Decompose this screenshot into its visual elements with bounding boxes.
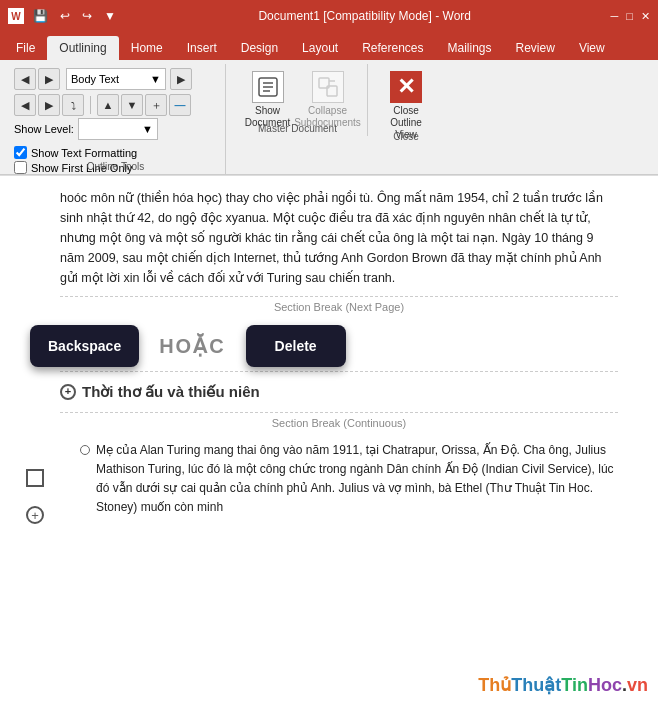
watermark-vn: vn: [627, 675, 648, 696]
section-break-divider: [60, 371, 618, 372]
demote-btn[interactable]: ▶: [38, 94, 60, 116]
tab-outlining[interactable]: Outlining: [47, 36, 118, 60]
tab-review[interactable]: Review: [504, 36, 567, 60]
title-bar: W 💾 ↩ ↪ ▼ Document1 [Compatibility Mode]…: [0, 0, 658, 32]
watermark-hoc: Hoc: [588, 675, 622, 696]
close-group-label: Close: [370, 131, 442, 142]
redo-qat-btn[interactable]: ↪: [79, 7, 95, 25]
tab-home[interactable]: Home: [119, 36, 175, 60]
body-bullet-icon: [80, 445, 90, 455]
ribbon-tabs: File Outlining Home Insert Design Layout…: [0, 32, 658, 60]
collapse-content-btn[interactable]: —: [169, 94, 191, 116]
keyboard-overlay: Backspace HOẶC Delete: [30, 325, 618, 367]
dropdown-arrow-icon: ▼: [150, 73, 161, 85]
heading-row: + Thời thơ ấu và thiếu niên: [60, 380, 618, 404]
save-qat-btn[interactable]: 💾: [30, 7, 51, 25]
body-text-label: Body Text: [71, 73, 119, 85]
body-paragraph-text: hoóc môn nữ (thiền hóa học) thay cho việ…: [60, 191, 603, 285]
outline-marker-circle2: +: [26, 506, 44, 524]
document-title: Document1 [Compatibility Mode] - Word: [119, 9, 611, 23]
tab-design[interactable]: Design: [229, 36, 290, 60]
show-formatting-checkbox[interactable]: [14, 146, 27, 159]
expand-btn[interactable]: ▶: [170, 68, 192, 90]
section-break-1-text: Section Break (Next Page): [266, 301, 412, 313]
outline-marker-circle1: [26, 469, 44, 487]
nav-forward-btn[interactable]: ▶: [38, 68, 60, 90]
document-area: ➤ + hoóc môn nữ (thiền hóa học) thay cho…: [0, 175, 658, 703]
body-paragraph: hoóc môn nữ (thiền hóa học) thay cho việ…: [60, 188, 618, 288]
promote-btn[interactable]: ◀: [14, 94, 36, 116]
promote-demote-row: ◀ ▶ ⤵ ▲ ▼ ＋ —: [14, 94, 191, 116]
undo-qat-btn[interactable]: ↩: [57, 7, 73, 25]
watermark-thuat: Thuật: [511, 674, 561, 696]
heading-text: Thời thơ ấu và thiếu niên: [82, 380, 260, 404]
show-formatting-row: Show Text Formatting: [14, 146, 137, 159]
show-level-row: Show Level: ▼: [14, 118, 158, 140]
section-break-1: Section Break (Next Page): [60, 296, 618, 317]
document-inner: hoóc môn nữ (thiền hóa học) thay cho việ…: [0, 176, 658, 531]
backspace-key: Backspace: [30, 325, 139, 367]
hoac-label: HOẶC: [159, 330, 225, 362]
section-break-2: Section Break (Continuous): [60, 412, 618, 433]
body-content-span: Mẹ của Alan Turing mang thai ông vào năm…: [96, 443, 614, 515]
expand-content-btn[interactable]: ＋: [145, 94, 167, 116]
show-level-dropdown[interactable]: ▼: [78, 118, 158, 140]
watermark-thu: Thủ: [478, 674, 511, 696]
show-document-icon: [252, 71, 284, 103]
master-document-group: ShowDocument CollapseSubdocuments Master…: [228, 64, 368, 136]
outline-tools-label: Outline Tools: [6, 161, 225, 172]
master-document-label: Master Document: [228, 123, 367, 134]
close-group: ✕ CloseOutline View Close: [370, 64, 442, 144]
body-text-dropdown[interactable]: Body Text ▼: [66, 68, 166, 90]
minimize-btn[interactable]: ─: [611, 10, 619, 23]
close-outline-icon: ✕: [390, 71, 422, 103]
window-controls: ─ □ ✕: [611, 10, 650, 23]
close-btn[interactable]: ✕: [641, 10, 650, 23]
hoac-text: HOẶC: [159, 335, 225, 357]
word-app-icon: W: [8, 8, 24, 24]
close-x-icon: ✕: [397, 74, 415, 100]
move-up-btn[interactable]: ▲: [97, 94, 119, 116]
show-formatting-label: Show Text Formatting: [31, 147, 137, 159]
watermark-tin: Tin: [561, 675, 588, 696]
watermark: Thủ Thuật Tin Hoc . vn: [478, 674, 648, 696]
ribbon: ◀ ▶ Body Text ▼ ▶ ◀ ▶ ⤵ ▲ ▼ ＋ —: [0, 60, 658, 175]
qat-more-btn[interactable]: ▼: [101, 7, 119, 25]
title-bar-left: W 💾 ↩ ↪ ▼: [8, 7, 119, 25]
outline-nav-row: ◀ ▶ Body Text ▼ ▶: [14, 68, 192, 90]
tab-insert[interactable]: Insert: [175, 36, 229, 60]
tab-file[interactable]: File: [4, 36, 47, 60]
body-text-display: Body Text ▼ ▶: [66, 68, 192, 90]
delete-key: Delete: [246, 325, 346, 367]
collapse-subdocuments-icon: [312, 71, 344, 103]
show-level-label: Show Level:: [14, 123, 74, 135]
body-content-row: Mẹ của Alan Turing mang thai ông vào năm…: [60, 441, 618, 518]
tab-mailings[interactable]: Mailings: [436, 36, 504, 60]
level-dropdown-arrow-icon: ▼: [142, 123, 153, 135]
demote-to-body-btn[interactable]: ⤵: [62, 94, 84, 116]
tab-references[interactable]: References: [350, 36, 435, 60]
outline-tools-group: ◀ ▶ Body Text ▼ ▶ ◀ ▶ ⤵ ▲ ▼ ＋ —: [6, 64, 226, 174]
tab-layout[interactable]: Layout: [290, 36, 350, 60]
tab-view[interactable]: View: [567, 36, 617, 60]
keyboard-keys-row: Backspace HOẶC Delete: [30, 325, 618, 367]
heading-circle-icon[interactable]: +: [60, 384, 76, 400]
body-content-text: Mẹ của Alan Turing mang thai ông vào năm…: [96, 441, 618, 518]
maximize-btn[interactable]: □: [626, 10, 633, 23]
nav-back-btn[interactable]: ◀: [14, 68, 36, 90]
section-break-2-text: Section Break (Continuous): [264, 417, 415, 429]
move-down-btn[interactable]: ▼: [121, 94, 143, 116]
heading-expand-icon: +: [65, 383, 71, 401]
